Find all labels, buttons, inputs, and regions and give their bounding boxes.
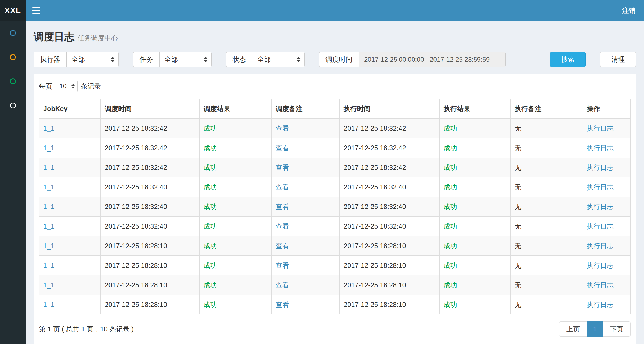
exec-time-cell: 2017-12-25 18:28:10 [339, 236, 439, 256]
hamburger-bar [32, 13, 40, 14]
jobkey-link[interactable]: 1_1 [43, 262, 55, 269]
jobkey-link[interactable]: 1_1 [43, 203, 55, 210]
dispatch-time-cell: 2017-12-25 18:32:40 [101, 197, 200, 217]
sidebar-item-1[interactable] [0, 21, 26, 45]
dispatch-result-cell: 成功 [199, 217, 272, 236]
search-button[interactable]: 搜索 [550, 52, 586, 67]
dispatch-remark-link[interactable]: 查看 [276, 281, 289, 289]
dispatch-time-cell: 2017-12-25 18:28:10 [101, 236, 200, 256]
col-header-exec-result[interactable]: 执行结果 [439, 99, 510, 119]
col-header-exec-remark[interactable]: 执行备注 [510, 99, 583, 119]
page-size-control: 每页 10 条记录 [39, 80, 631, 92]
hamburger-bar [32, 10, 40, 11]
exec-log-link[interactable]: 执行日志 [587, 164, 614, 171]
exec-log-link[interactable]: 执行日志 [587, 125, 614, 132]
dispatch-result-cell: 成功 [199, 295, 272, 314]
jobkey-link[interactable]: 1_1 [43, 125, 55, 132]
jobkey-link[interactable]: 1_1 [43, 222, 55, 230]
exec-remark-cell: 无 [510, 197, 583, 217]
col-header-dispatch-result[interactable]: 调度结果 [199, 99, 272, 119]
jobkey-link[interactable]: 1_1 [43, 242, 55, 250]
dispatch-remark-link[interactable]: 查看 [276, 125, 289, 132]
dispatch-result-cell: 成功 [199, 236, 272, 256]
col-header-action[interactable]: 操作 [583, 99, 630, 119]
sidebar-item-3[interactable] [0, 69, 26, 93]
table-row: 1_1 2017-12-25 18:28:10 成功 查看 2017-12-25… [39, 295, 631, 314]
dispatch-remark-link[interactable]: 查看 [276, 222, 289, 230]
col-header-exec-time[interactable]: 执行时间 [339, 99, 439, 119]
job-label: 任务 [133, 52, 159, 67]
select-stepper-icon [204, 57, 208, 62]
status-selected-value: 全部 [257, 55, 271, 64]
page-subtitle: 任务调度中心 [78, 34, 118, 42]
sidebar-item-4[interactable] [0, 93, 26, 118]
dispatch-result-cell: 成功 [199, 158, 272, 177]
exec-remark-cell: 无 [510, 236, 583, 256]
col-header-dispatch-time[interactable]: 调度时间 [101, 99, 200, 119]
prev-page-button[interactable]: 上页 [559, 321, 587, 337]
current-page-button[interactable]: 1 [587, 321, 603, 337]
dispatch-remark-link[interactable]: 查看 [276, 144, 289, 152]
exec-log-link[interactable]: 执行日志 [587, 144, 614, 152]
exec-time-cell: 2017-12-25 18:28:10 [339, 295, 439, 314]
dispatch-time-cell: 2017-12-25 18:28:10 [101, 295, 200, 314]
jobkey-link[interactable]: 1_1 [43, 144, 55, 152]
dispatch-result-cell: 成功 [199, 119, 272, 138]
circle-icon [10, 54, 16, 60]
time-filter-group: 调度时间 [319, 52, 506, 67]
dispatch-time-cell: 2017-12-25 18:28:10 [101, 256, 200, 275]
status-select[interactable]: 全部 [252, 52, 305, 67]
dispatch-time-cell: 2017-12-25 18:32:40 [101, 177, 200, 197]
exec-time-cell: 2017-12-25 18:32:42 [339, 158, 439, 177]
jobkey-link[interactable]: 1_1 [43, 164, 55, 171]
page-size-select[interactable]: 10 [56, 80, 78, 92]
exec-remark-cell: 无 [510, 217, 583, 236]
exec-log-link[interactable]: 执行日志 [587, 222, 614, 230]
page-size-prefix: 每页 [39, 82, 52, 91]
col-header-jobkey[interactable]: JobKey [39, 99, 101, 119]
dispatch-result-cell: 成功 [199, 197, 272, 217]
jobkey-link[interactable]: 1_1 [43, 183, 55, 191]
dispatch-remark-link[interactable]: 查看 [276, 183, 289, 191]
sidebar-toggle-icon[interactable] [26, 0, 47, 21]
clear-button[interactable]: 清理 [600, 52, 636, 67]
circle-icon [10, 30, 16, 36]
exec-remark-cell: 无 [510, 295, 583, 314]
circle-icon [10, 78, 16, 84]
dispatch-remark-link[interactable]: 查看 [276, 242, 289, 250]
top-navbar: XXL 注销 [0, 0, 644, 21]
jobkey-link[interactable]: 1_1 [43, 301, 55, 308]
time-range-input[interactable] [359, 52, 506, 67]
exec-result-cell: 成功 [439, 275, 510, 295]
exec-time-cell: 2017-12-25 18:32:40 [339, 177, 439, 197]
jobkey-link[interactable]: 1_1 [43, 281, 55, 289]
sidebar-item-2[interactable] [0, 45, 26, 69]
app-logo[interactable]: XXL [0, 0, 26, 21]
exec-log-link[interactable]: 执行日志 [587, 281, 614, 289]
exec-log-link[interactable]: 执行日志 [587, 203, 614, 210]
log-table: JobKey 调度时间 调度结果 调度备注 执行时间 执行结果 执行备注 操作 … [39, 99, 631, 314]
hamburger-bar [32, 7, 40, 8]
exec-result-cell: 成功 [439, 217, 510, 236]
page-header: 调度日志任务调度中心 [34, 30, 636, 44]
col-header-dispatch-remark[interactable]: 调度备注 [272, 99, 339, 119]
dispatch-remark-link[interactable]: 查看 [276, 164, 289, 171]
next-page-button[interactable]: 下页 [603, 321, 631, 337]
page-size-value: 10 [60, 83, 67, 90]
exec-time-cell: 2017-12-25 18:28:10 [339, 275, 439, 295]
exec-log-link[interactable]: 执行日志 [587, 262, 614, 269]
exec-time-cell: 2017-12-25 18:32:40 [339, 217, 439, 236]
dispatch-remark-link[interactable]: 查看 [276, 301, 289, 308]
exec-time-cell: 2017-12-25 18:28:10 [339, 256, 439, 275]
dispatch-time-cell: 2017-12-25 18:28:10 [101, 275, 200, 295]
select-stepper-icon [297, 57, 301, 62]
sidebar [0, 21, 26, 344]
exec-log-link[interactable]: 执行日志 [587, 301, 614, 308]
job-select[interactable]: 全部 [159, 52, 212, 67]
dispatch-remark-link[interactable]: 查看 [276, 203, 289, 210]
exec-log-link[interactable]: 执行日志 [587, 183, 614, 191]
dispatch-remark-link[interactable]: 查看 [276, 262, 289, 269]
exec-log-link[interactable]: 执行日志 [587, 242, 614, 250]
logout-link[interactable]: 注销 [613, 0, 644, 21]
executor-select[interactable]: 全部 [66, 52, 119, 67]
